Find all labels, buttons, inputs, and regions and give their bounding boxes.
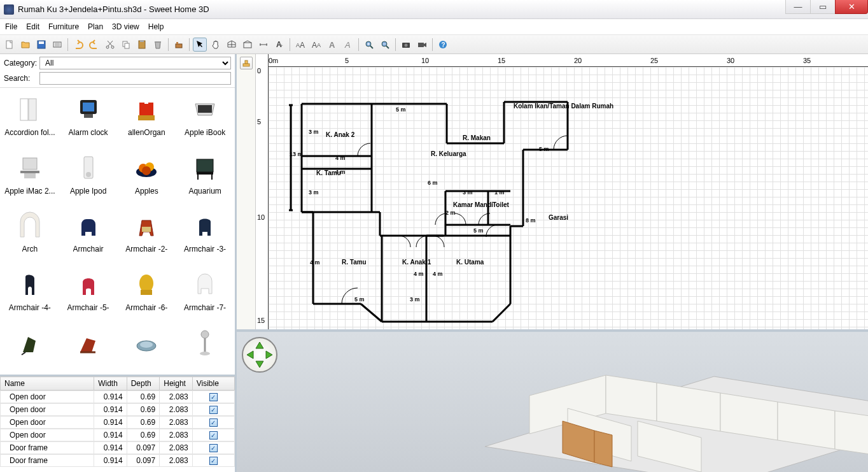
category-select[interactable]: All (39, 57, 231, 69)
svg-rect-37 (198, 105, 212, 113)
preferences-button[interactable] (50, 38, 64, 52)
bold-button[interactable]: A (325, 38, 339, 52)
catalog-item[interactable]: Apple iMac 2... (1, 150, 59, 205)
catalog-item[interactable]: Alarm clock (60, 92, 117, 147)
create-walls-tool[interactable] (225, 38, 239, 52)
catalog-item[interactable]: Apples (118, 150, 176, 205)
svg-rect-48 (197, 172, 213, 175)
visible-checkbox[interactable]: ✓ (209, 431, 218, 440)
catalog-item[interactable] (1, 325, 59, 371)
table-row[interactable]: Open door0.9140.692.083✓ (0, 429, 235, 441)
zoom-out-button[interactable] (378, 38, 392, 52)
catalog-item[interactable]: Apple Ipod (60, 150, 117, 205)
create-rooms-tool[interactable] (241, 38, 255, 52)
increase-text-size-button[interactable]: AA (293, 38, 307, 52)
cut-button[interactable] (103, 38, 117, 52)
ftable-header[interactable]: Depth (127, 377, 160, 390)
catalog-item[interactable]: Armchair -3- (176, 208, 234, 263)
close-button[interactable]: ✕ (835, 0, 868, 14)
table-row[interactable]: Open door0.9140.692.083✓ (0, 403, 235, 416)
create-photo-button[interactable] (399, 38, 413, 52)
svg-rect-13 (244, 43, 251, 48)
create-video-button[interactable] (415, 38, 429, 52)
help-button[interactable]: ? (436, 38, 450, 52)
catalog-item[interactable]: Armchair -7- (176, 267, 234, 322)
menu-help[interactable]: Help (148, 22, 164, 31)
catalog-item[interactable]: Accordion fol... (1, 92, 59, 147)
catalog-item[interactable]: allenOrgan (118, 92, 176, 147)
catalog-item[interactable]: Armchair -2- (118, 208, 176, 263)
menu-bar: FileEditFurniturePlan3D viewHelp (0, 19, 868, 35)
table-row[interactable]: Door frame0.9140.0972.083✓ (0, 441, 235, 454)
catalog-item[interactable]: Armchair -5- (60, 267, 117, 322)
plan-area[interactable]: 0m5101520253035 051015 (256, 54, 868, 329)
create-dimensions-tool[interactable] (256, 38, 270, 52)
svg-marker-103 (529, 375, 606, 434)
visible-checkbox[interactable]: ✓ (209, 444, 218, 452)
catalog-item-name: Armchair -3- (184, 245, 226, 254)
table-row[interactable]: Door frame0.9140.0972.083✓ (0, 454, 235, 467)
catalog-item[interactable]: Apple iBook (176, 92, 234, 147)
redo-button[interactable] (87, 38, 101, 52)
navigation-widget[interactable] (242, 337, 277, 373)
decrease-text-size-button[interactable]: AA (309, 38, 323, 52)
catalog-item[interactable]: Armchair -6- (118, 267, 176, 322)
catalog-item[interactable] (176, 325, 234, 371)
level-button[interactable] (240, 57, 253, 69)
menu-3d-view[interactable]: 3D view (112, 22, 139, 31)
visible-checkbox[interactable]: ✓ (209, 457, 218, 465)
furniture-table[interactable]: NameWidthDepthHeightVisible Open door0.9… (0, 376, 235, 472)
delete-button[interactable] (151, 38, 165, 52)
svg-marker-99 (256, 361, 263, 368)
save-button[interactable] (34, 38, 48, 52)
table-row[interactable]: Open door0.9140.692.083✓ (0, 416, 235, 429)
visible-checkbox[interactable]: ✓ (209, 418, 218, 427)
svg-rect-35 (138, 115, 155, 120)
svg-marker-111 (563, 421, 594, 462)
svg-rect-36 (144, 99, 148, 104)
copy-button[interactable] (119, 38, 133, 52)
create-text-tool[interactable]: A+ (272, 38, 286, 52)
open-button[interactable] (18, 38, 32, 52)
ftable-header[interactable]: Name (1, 377, 94, 390)
catalog-item[interactable]: Armchair (60, 208, 117, 263)
catalog-item[interactable]: Arch (1, 208, 59, 263)
catalog-thumb (127, 92, 165, 127)
visible-checkbox[interactable]: ✓ (209, 406, 218, 414)
left-panel: Category: All Search: Accordion fol...Al… (0, 54, 237, 472)
catalog-item-name: Apples (135, 187, 158, 196)
visible-checkbox[interactable]: ✓ (209, 393, 218, 401)
paste-button[interactable] (135, 38, 149, 52)
italic-button[interactable]: A (341, 38, 355, 52)
dimension-label: 5 m (473, 227, 484, 234)
menu-edit[interactable]: Edit (26, 22, 39, 31)
catalog-item[interactable] (60, 325, 117, 371)
add-furniture-button[interactable] (172, 38, 186, 52)
new-button[interactable] (3, 38, 17, 52)
menu-file[interactable]: File (5, 22, 17, 31)
select-tool[interactable] (193, 38, 207, 52)
pan-tool[interactable] (209, 38, 223, 52)
catalog-item[interactable]: Armchair -4- (1, 267, 59, 322)
svg-rect-39 (20, 171, 39, 173)
svg-line-67 (361, 304, 382, 322)
svg-rect-61 (245, 61, 248, 64)
table-row[interactable]: Open door0.9140.692.083✓ (0, 390, 235, 403)
zoom-in-button[interactable] (362, 38, 376, 52)
svg-rect-10 (155, 41, 161, 43)
maximize-button[interactable]: ▭ (810, 0, 836, 14)
room-label: Toilet (493, 201, 510, 208)
ftable-header[interactable]: Visible (192, 377, 234, 390)
undo-button[interactable] (71, 38, 85, 52)
ftable-header[interactable]: Width (94, 377, 127, 390)
view-3d[interactable] (237, 332, 868, 472)
svg-marker-107 (778, 402, 835, 449)
search-input[interactable] (39, 72, 231, 85)
furniture-catalog[interactable]: Accordion fol...Alarm clockallenOrganApp… (0, 88, 235, 375)
minimize-button[interactable]: — (785, 0, 811, 14)
ftable-header[interactable]: Height (160, 377, 193, 390)
menu-furniture[interactable]: Furniture (48, 22, 79, 31)
menu-plan[interactable]: Plan (88, 22, 103, 31)
catalog-item[interactable]: Aquarium (176, 150, 234, 205)
catalog-item[interactable] (118, 325, 176, 371)
